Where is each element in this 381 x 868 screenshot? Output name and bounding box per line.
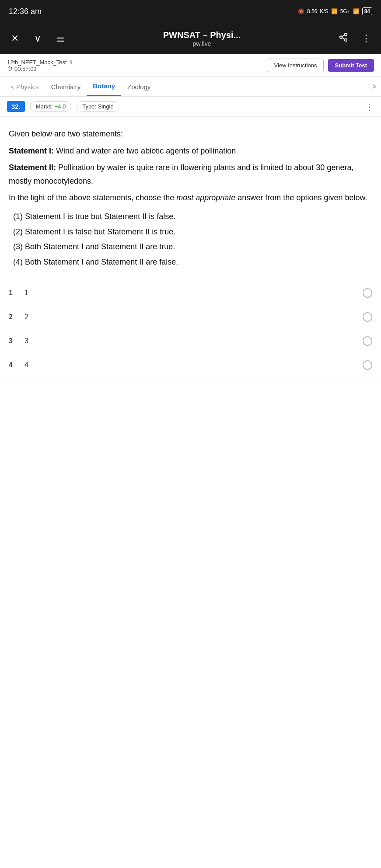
test-actions: View Instructions Submit Test: [268, 59, 374, 72]
nav-actions: ⋮: [336, 32, 374, 45]
statement1-text: Wind and water are two abiotic agents of…: [54, 146, 238, 155]
view-instructions-button[interactable]: View Instructions: [268, 59, 324, 72]
tab-zoology[interactable]: Zoology: [121, 78, 157, 96]
statement1-label: Statement I:: [9, 146, 54, 155]
answer-val-4: 4: [24, 361, 28, 369]
timer-icon: ⏱: [7, 66, 13, 72]
marks-badge: Marks: +4 0: [30, 101, 71, 112]
wifi-icon: 📶: [331, 8, 338, 14]
subject-tabs: < Physics Chemistry Botany Zoology >: [0, 77, 381, 97]
answer-row-4[interactable]: 4 4: [0, 353, 381, 377]
tab-physics[interactable]: < Physics: [4, 78, 45, 96]
option-3: (3) Both Statement I and Statement II ar…: [13, 240, 372, 254]
radio-4[interactable]: [363, 360, 372, 370]
more-options-button[interactable]: ⋮: [358, 33, 374, 44]
options-list: (1) Statement I is true but Statement II…: [9, 210, 372, 268]
nav-subtitle: pw.live: [75, 40, 329, 47]
answer-val-2: 2: [24, 313, 28, 321]
type-badge: Type: Single: [77, 101, 119, 112]
answer-val-1: 1: [24, 289, 28, 297]
nav-bar: ✕ ∨ ⚌ PWNSAT – Physi... pw.live ⋮: [0, 23, 381, 54]
status-icons: 🔕 8.56 K/S 📶 5G+ 📶 84: [298, 7, 372, 15]
nav-title-section: PWNSAT – Physi... pw.live: [75, 30, 329, 47]
filter-button[interactable]: ⚌: [52, 33, 68, 44]
data-unit: K/S: [320, 8, 328, 14]
svg-line-3: [342, 38, 345, 39]
option-1: (1) Statement I is true but Statement II…: [13, 210, 372, 223]
answer-row-2[interactable]: 2 2: [0, 305, 381, 329]
nav-title: PWNSAT – Physi...: [75, 30, 329, 40]
closing-italic: most appropriate: [176, 193, 235, 202]
option-2: (2) Statement I is false but Statement I…: [13, 225, 372, 239]
answer-row-1[interactable]: 1 1: [0, 281, 381, 305]
statement2-text: Pollination by water is quite rare in fl…: [9, 163, 353, 185]
tab-scroll-right[interactable]: >: [372, 82, 377, 91]
close-button[interactable]: ✕: [7, 33, 23, 44]
test-header: 12th_NEET_Mock_Test ℹ ⏱ 00:57:03 View In…: [0, 54, 381, 77]
question-closing: In the light of the above statements, ch…: [9, 191, 372, 205]
answer-num-2: 2: [9, 313, 17, 321]
answer-options: 1 1 2 2 3 3 4 4: [0, 281, 381, 377]
test-timer: ⏱ 00:57:03: [7, 66, 72, 72]
info-icon: ℹ: [70, 59, 72, 66]
radio-1[interactable]: [363, 288, 372, 298]
battery-indicator: 84: [362, 7, 372, 15]
question-number: 32.: [7, 101, 25, 112]
option-4: (4) Both Statement I and Statement II ar…: [13, 255, 372, 269]
test-info: 12th_NEET_Mock_Test ℹ ⏱ 00:57:03: [7, 59, 72, 72]
bell-icon: 🔕: [298, 8, 304, 14]
answer-num-3: 3: [9, 337, 17, 345]
question-header: 32. Marks: +4 0 Type: Single ⋮: [0, 97, 381, 117]
signal-icon: 📶: [353, 8, 360, 14]
closing-text-2: answer from the options given below.: [235, 193, 367, 202]
svg-line-4: [342, 35, 345, 37]
question-intro: Given below are two statements:: [9, 127, 372, 141]
answer-num-1: 1: [9, 289, 17, 297]
bottom-space: [0, 377, 381, 683]
marks-positive: +4: [54, 103, 61, 110]
status-bar: 12:36 am 🔕 8.56 K/S 📶 5G+ 📶 84: [0, 0, 381, 23]
tab-botany[interactable]: Botany: [87, 77, 121, 96]
dropdown-button[interactable]: ∨: [30, 33, 45, 44]
radio-2[interactable]: [363, 312, 372, 322]
question-more-button[interactable]: ⋮: [365, 101, 374, 112]
status-time: 12:36 am: [9, 7, 42, 16]
answer-val-3: 3: [24, 337, 28, 345]
test-name: 12th_NEET_Mock_Test ℹ: [7, 59, 72, 66]
statement-2: Statement II: Pollination by water is qu…: [9, 161, 372, 188]
statement2-label: Statement II:: [9, 163, 56, 172]
share-button[interactable]: [336, 32, 351, 45]
radio-3[interactable]: [363, 336, 372, 346]
tab-chemistry[interactable]: Chemistry: [45, 78, 87, 96]
network-type: 5G+: [340, 8, 350, 14]
answer-num-4: 4: [9, 361, 17, 369]
closing-text-1: In the light of the above statements, ch…: [9, 193, 176, 202]
submit-test-button[interactable]: Submit Test: [328, 59, 374, 72]
statement-1: Statement I: Wind and water are two abio…: [9, 144, 372, 158]
answer-row-3[interactable]: 3 3: [0, 329, 381, 353]
data-speed: 8.56: [307, 8, 317, 14]
question-content: Given below are two statements: Statemen…: [0, 117, 381, 277]
